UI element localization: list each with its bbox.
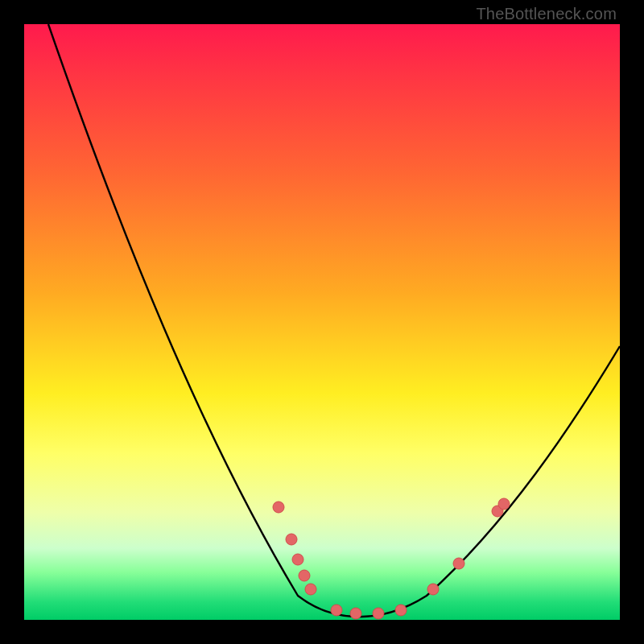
data-point: [331, 605, 342, 616]
data-point: [427, 584, 439, 595]
data-point: [305, 584, 316, 595]
bottleneck-chart: [24, 24, 620, 620]
bottleneck-curve-path: [48, 24, 620, 617]
data-point: [498, 498, 510, 510]
data-point: [299, 570, 310, 581]
data-point: [273, 502, 284, 513]
data-points-group: [273, 498, 510, 619]
data-point: [453, 558, 464, 569]
data-point: [286, 534, 297, 545]
data-point: [350, 608, 361, 619]
data-point: [292, 554, 303, 565]
attribution-text: TheBottleneck.com: [476, 5, 617, 23]
data-point: [395, 605, 407, 616]
data-point: [373, 608, 384, 619]
